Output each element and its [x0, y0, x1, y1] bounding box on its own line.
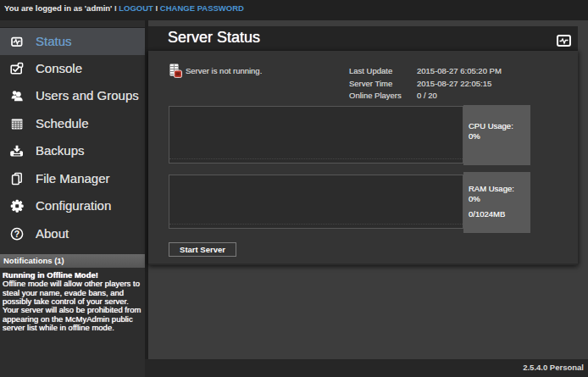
svg-text:?: ?	[14, 228, 19, 238]
